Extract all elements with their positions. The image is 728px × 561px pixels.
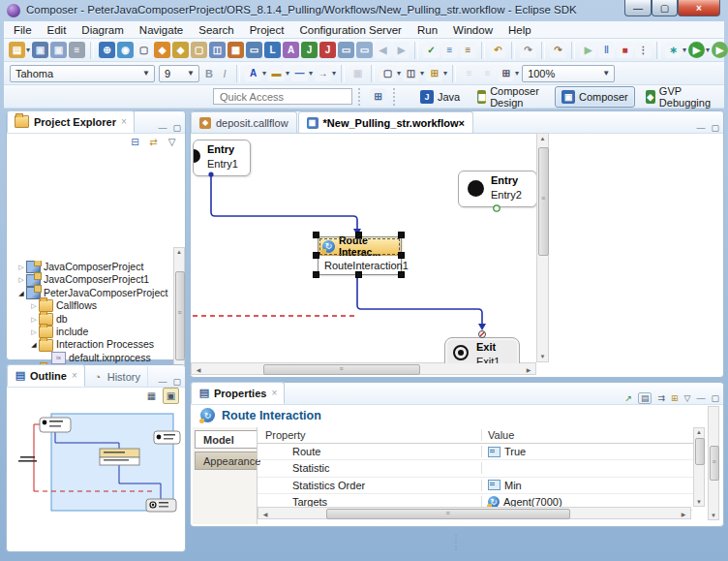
line-color-icon[interactable]: — <box>291 65 308 81</box>
share-view-icon[interactable]: ▭ <box>246 42 262 58</box>
selection-handle[interactable] <box>355 232 362 238</box>
insert-table-icon[interactable]: ⊞ <box>498 65 514 81</box>
perspective-gvp-debugging[interactable]: ◆GVP Debugging <box>639 86 721 108</box>
property-row-statistics-order[interactable]: Statistics OrderMin <box>258 478 693 494</box>
select-marquee-icon[interactable]: ▢ <box>379 65 396 81</box>
chevron-down-icon[interactable]: ▾ <box>262 69 266 78</box>
tab-close-icon[interactable]: × <box>72 370 77 381</box>
menu-project[interactable]: Project <box>242 23 292 37</box>
new-diagram-icon[interactable]: ◫ <box>209 42 226 58</box>
show-view-a-icon[interactable]: ▭ <box>338 42 354 58</box>
redo-icon[interactable]: ↷ <box>520 42 536 58</box>
new-file-icon[interactable]: ▢ <box>136 42 152 58</box>
show-advanced-icon[interactable]: ⇉ <box>657 393 665 403</box>
properties-panel-vscrollbar[interactable]: ▼ ≡ <box>708 406 719 520</box>
minimize-view-icon[interactable]: — <box>696 393 705 403</box>
maximize-view-icon[interactable]: ▢ <box>711 393 719 403</box>
repeat-icon[interactable]: ↷ <box>550 42 566 58</box>
view-menu-icon[interactable]: ▽ <box>684 393 691 403</box>
maximize-button[interactable]: ▢ <box>652 0 678 16</box>
canvas-hscrollbar[interactable]: ◀▶ ≡ <box>191 362 536 375</box>
canvas-vscrollbar[interactable]: ▲▼ ≡ <box>536 133 549 362</box>
chevron-down-icon[interactable]: ▾ <box>309 69 313 78</box>
back-icon[interactable]: ◀ <box>375 42 391 58</box>
property-value-cell[interactable]: True <box>482 446 693 457</box>
chevron-down-icon[interactable]: ▾ <box>515 69 519 78</box>
tab-project-explorer[interactable]: Project Explorer × <box>7 110 135 133</box>
new-wizard-icon[interactable]: ▤ <box>9 42 25 58</box>
view-menu-icon[interactable]: ▽ <box>165 135 179 149</box>
validate-icon[interactable]: ✓ <box>423 42 440 58</box>
property-row-route[interactable]: RouteTrue <box>258 444 693 460</box>
pin-view-icon[interactable]: ↗ <box>624 393 632 403</box>
chevron-down-icon[interactable]: ▾ <box>332 69 336 78</box>
open-perspective-icon[interactable]: ⊞ <box>370 88 386 105</box>
menu-configuration-server[interactable]: Configuration Server <box>291 23 409 37</box>
maximize-view-icon[interactable]: ▢ <box>172 123 181 133</box>
selection-handle[interactable] <box>313 271 319 278</box>
connection-route-exit[interactable] <box>357 273 482 325</box>
chevron-down-icon[interactable]: ▾ <box>26 46 30 54</box>
fill-color-icon[interactable]: ▬ <box>268 65 285 81</box>
chevron-down-icon[interactable]: ▾ <box>443 69 447 78</box>
tree-expanded-arrow-icon[interactable]: ◢ <box>29 338 39 351</box>
toolbar-grip[interactable] <box>358 88 363 106</box>
save-icon[interactable]: ▣ <box>32 42 48 58</box>
new-workflow-icon[interactable]: ◆ <box>172 42 189 58</box>
maximize-view-icon[interactable]: ▢ <box>711 123 719 133</box>
menu-file[interactable]: File <box>6 23 40 37</box>
java-application-error-icon[interactable]: J <box>319 42 336 58</box>
resume-icon[interactable]: ▶ <box>580 42 596 58</box>
chevron-down-icon[interactable]: ▾ <box>706 46 710 54</box>
selection-handle[interactable] <box>398 232 405 238</box>
new-property-icon[interactable]: ⊞ <box>671 393 679 403</box>
quick-access-input[interactable] <box>213 88 352 105</box>
workflow-canvas[interactable]: Entry Entry1 Entry Entry2 ↻ Route Intera… <box>191 133 536 363</box>
run-history-icon[interactable]: ▶ <box>712 42 728 58</box>
properties-tab-appearance[interactable]: Appearance <box>195 452 257 470</box>
menu-diagram[interactable]: Diagram <box>74 23 131 37</box>
title-bar[interactable]: Composer - PeterJavaComposerProject/ORS_… <box>0 0 728 21</box>
minimize-view-icon[interactable]: — <box>158 377 167 387</box>
selection-handle[interactable] <box>313 232 319 238</box>
arrange-all-icon[interactable]: ◫ <box>403 65 419 81</box>
annotation-icon[interactable]: A <box>283 42 299 58</box>
auto-layout-icon[interactable]: ⊞ <box>426 65 442 81</box>
forward-icon[interactable]: ▶ <box>393 42 410 58</box>
menu-edit[interactable]: Edit <box>40 23 75 37</box>
debug-icon[interactable]: ∗ <box>665 42 682 58</box>
menu-navigate[interactable]: Navigate <box>132 23 191 37</box>
tab-close-icon[interactable]: × <box>459 117 465 129</box>
link-with-editor-icon[interactable]: ⇄ <box>146 135 161 149</box>
tree-collapsed-arrow-icon[interactable]: ▷ <box>29 313 39 326</box>
chevron-down-icon[interactable]: ▾ <box>286 69 289 78</box>
connection-entry1-route[interactable] <box>211 174 357 230</box>
new-subflow-icon[interactable]: ▦ <box>228 42 244 58</box>
breakpoints-icon[interactable]: ⋮ <box>635 42 652 58</box>
outline-tree-mode-icon[interactable]: ▦ <box>144 389 159 403</box>
entry2-output-port[interactable] <box>494 205 500 211</box>
call-leg-icon[interactable]: L <box>264 42 281 58</box>
perspective-java[interactable]: JJava <box>413 86 467 108</box>
maximize-view-icon[interactable]: ▢ <box>172 377 181 387</box>
menu-help[interactable]: Help <box>500 23 539 37</box>
sash-handle[interactable] <box>455 535 459 550</box>
run-icon[interactable]: ▶ <box>688 42 705 58</box>
print-icon[interactable]: ≡ <box>69 42 85 58</box>
properties-table-vscrollbar[interactable]: ▲▼ <box>693 427 705 507</box>
font-combo[interactable]: Tahoma ▼ <box>10 65 155 82</box>
property-value-cell[interactable]: Min <box>482 480 693 491</box>
perspective-composer[interactable]: ▣Composer <box>555 86 635 108</box>
save-all-icon[interactable]: ▣ <box>50 42 67 58</box>
properties-table-hscrollbar[interactable]: ◀▶ ≡ <box>258 507 691 519</box>
tab-history[interactable]: ◔ History <box>85 366 148 387</box>
stop-icon[interactable]: ■ <box>617 42 633 58</box>
font-size-combo[interactable]: 9 ▼ <box>159 65 199 82</box>
tree-collapsed-arrow-icon[interactable]: ▷ <box>29 299 39 312</box>
perspective-composer-design[interactable]: ▦Composer Design <box>470 86 551 108</box>
update-site-icon[interactable]: ⊕ <box>99 42 115 58</box>
zoom-combo[interactable]: 100% ▼ <box>522 65 615 82</box>
chevron-down-icon[interactable]: ▾ <box>397 69 401 78</box>
tree-item-interaction-processes[interactable]: ◢Interaction Processes <box>16 338 175 351</box>
minimize-button[interactable]: — <box>624 0 652 16</box>
